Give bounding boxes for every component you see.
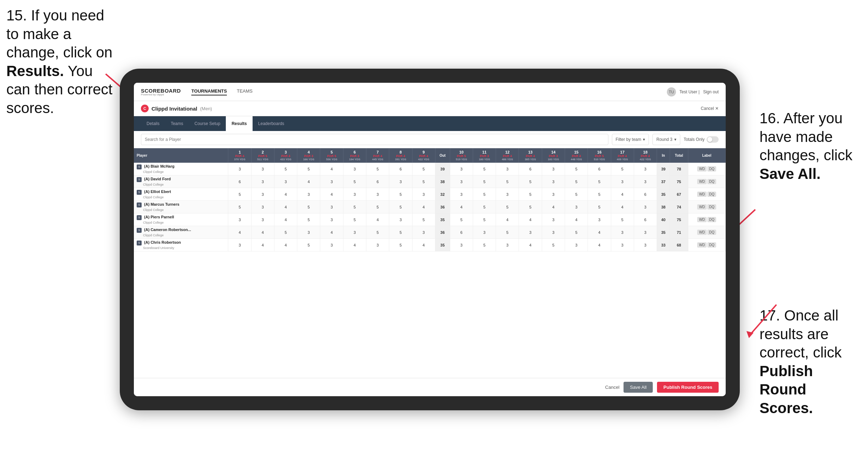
- hole-15-score[interactable]: 5: [565, 226, 588, 239]
- tab-results[interactable]: Results: [226, 116, 252, 131]
- round-dropdown[interactable]: Round 3 ▾: [652, 134, 680, 145]
- hole-13-score[interactable]: 5: [519, 175, 542, 188]
- hole-7-score[interactable]: 5: [366, 226, 389, 239]
- hole-9-score[interactable]: 5: [412, 213, 435, 226]
- hole-6-score[interactable]: 5: [343, 213, 366, 226]
- hole-18-score[interactable]: 3: [634, 239, 657, 251]
- hole-14-score[interactable]: 3: [542, 175, 565, 188]
- hole-5-score[interactable]: 4: [320, 226, 343, 239]
- cancel-footer-button[interactable]: Cancel: [605, 385, 619, 390]
- hole-15-score[interactable]: 3: [565, 201, 588, 213]
- hole-14-score[interactable]: 3: [542, 213, 565, 226]
- hole-4-score[interactable]: 5: [297, 163, 320, 175]
- hole-13-score[interactable]: 4: [519, 213, 542, 226]
- hole-7-score[interactable]: 5: [366, 201, 389, 213]
- hole-11-score[interactable]: 5: [473, 188, 496, 201]
- hole-4-score[interactable]: 3: [297, 188, 320, 201]
- tab-leaderboards[interactable]: Leaderboards: [253, 116, 290, 131]
- hole-8-score[interactable]: 5: [389, 188, 412, 201]
- hole-7-score[interactable]: 4: [366, 213, 389, 226]
- label-wd-button[interactable]: WD: [697, 242, 707, 248]
- sign-out-link[interactable]: Sign out: [703, 89, 719, 94]
- label-wd-button[interactable]: WD: [697, 179, 707, 184]
- hole-9-score[interactable]: 4: [412, 239, 435, 251]
- hole-2-score[interactable]: 3: [251, 175, 274, 188]
- hole-5-score[interactable]: 4: [320, 188, 343, 201]
- hole-1-score[interactable]: 3: [228, 239, 251, 251]
- hole-8-score[interactable]: 5: [389, 226, 412, 239]
- hole-14-score[interactable]: 3: [542, 188, 565, 201]
- label-dq-button[interactable]: DQ: [707, 192, 716, 197]
- totals-only-toggle[interactable]: Totals Only: [684, 136, 719, 143]
- hole-14-score[interactable]: 3: [542, 226, 565, 239]
- hole-13-score[interactable]: 3: [519, 226, 542, 239]
- hole-12-score[interactable]: 3: [496, 163, 519, 175]
- hole-9-score[interactable]: 5: [412, 175, 435, 188]
- hole-11-score[interactable]: 3: [473, 226, 496, 239]
- label-dq-button[interactable]: DQ: [707, 166, 716, 172]
- hole-7-score[interactable]: 5: [366, 163, 389, 175]
- hole-10-score[interactable]: 3: [450, 239, 473, 251]
- hole-12-score[interactable]: 3: [496, 239, 519, 251]
- hole-18-score[interactable]: 3: [634, 163, 657, 175]
- tab-teams[interactable]: Teams: [165, 116, 189, 131]
- hole-5-score[interactable]: 3: [320, 213, 343, 226]
- hole-11-score[interactable]: 5: [473, 239, 496, 251]
- hole-18-score[interactable]: 3: [634, 201, 657, 213]
- hole-7-score[interactable]: 3: [366, 188, 389, 201]
- hole-2-score[interactable]: 4: [251, 239, 274, 251]
- hole-14-score[interactable]: 3: [542, 163, 565, 175]
- label-wd-button[interactable]: WD: [697, 217, 707, 222]
- hole-16-score[interactable]: 5: [588, 201, 611, 213]
- hole-6-score[interactable]: 3: [343, 226, 366, 239]
- hole-3-score[interactable]: 4: [274, 188, 297, 201]
- hole-1-score[interactable]: 4: [228, 226, 251, 239]
- hole-13-score[interactable]: 6: [519, 163, 542, 175]
- hole-15-score[interactable]: 5: [565, 163, 588, 175]
- hole-8-score[interactable]: 3: [389, 213, 412, 226]
- hole-3-score[interactable]: 4: [274, 213, 297, 226]
- hole-11-score[interactable]: 5: [473, 175, 496, 188]
- save-all-button[interactable]: Save All: [624, 382, 653, 393]
- hole-17-score[interactable]: 5: [611, 213, 634, 226]
- hole-5-score[interactable]: 3: [320, 201, 343, 213]
- hole-16-score[interactable]: 5: [588, 175, 611, 188]
- toggle-switch[interactable]: [707, 136, 719, 143]
- hole-8-score[interactable]: 6: [389, 163, 412, 175]
- hole-8-score[interactable]: 5: [389, 239, 412, 251]
- hole-18-score[interactable]: 6: [634, 213, 657, 226]
- hole-8-score[interactable]: 3: [389, 175, 412, 188]
- hole-4-score[interactable]: 5: [297, 213, 320, 226]
- hole-12-score[interactable]: 5: [496, 201, 519, 213]
- hole-12-score[interactable]: 5: [496, 226, 519, 239]
- hole-10-score[interactable]: 3: [450, 188, 473, 201]
- filter-by-team-dropdown[interactable]: Filter by team ▾: [612, 134, 649, 145]
- hole-9-score[interactable]: 4: [412, 201, 435, 213]
- hole-2-score[interactable]: 3: [251, 163, 274, 175]
- hole-5-score[interactable]: 3: [320, 175, 343, 188]
- search-input[interactable]: [141, 134, 608, 145]
- hole-12-score[interactable]: 4: [496, 213, 519, 226]
- hole-16-score[interactable]: 5: [588, 188, 611, 201]
- hole-16-score[interactable]: 4: [588, 239, 611, 251]
- hole-2-score[interactable]: 3: [251, 213, 274, 226]
- hole-1-score[interactable]: 5: [228, 188, 251, 201]
- hole-4-score[interactable]: 5: [297, 239, 320, 251]
- hole-6-score[interactable]: 5: [343, 201, 366, 213]
- hole-16-score[interactable]: 6: [588, 163, 611, 175]
- hole-7-score[interactable]: 6: [366, 175, 389, 188]
- hole-1-score[interactable]: 6: [228, 175, 251, 188]
- label-wd-button[interactable]: WD: [697, 204, 707, 210]
- hole-13-score[interactable]: 5: [519, 188, 542, 201]
- cancel-tournament-button[interactable]: Cancel ✕: [701, 106, 719, 111]
- hole-15-score[interactable]: 4: [565, 213, 588, 226]
- hole-10-score[interactable]: 3: [450, 175, 473, 188]
- hole-17-score[interactable]: 3: [611, 226, 634, 239]
- nav-teams[interactable]: TEAMS: [237, 88, 253, 95]
- label-wd-button[interactable]: WD: [697, 230, 707, 235]
- hole-4-score[interactable]: 3: [297, 226, 320, 239]
- hole-18-score[interactable]: 6: [634, 188, 657, 201]
- hole-17-score[interactable]: 3: [611, 175, 634, 188]
- hole-18-score[interactable]: 3: [634, 226, 657, 239]
- hole-12-score[interactable]: 3: [496, 188, 519, 201]
